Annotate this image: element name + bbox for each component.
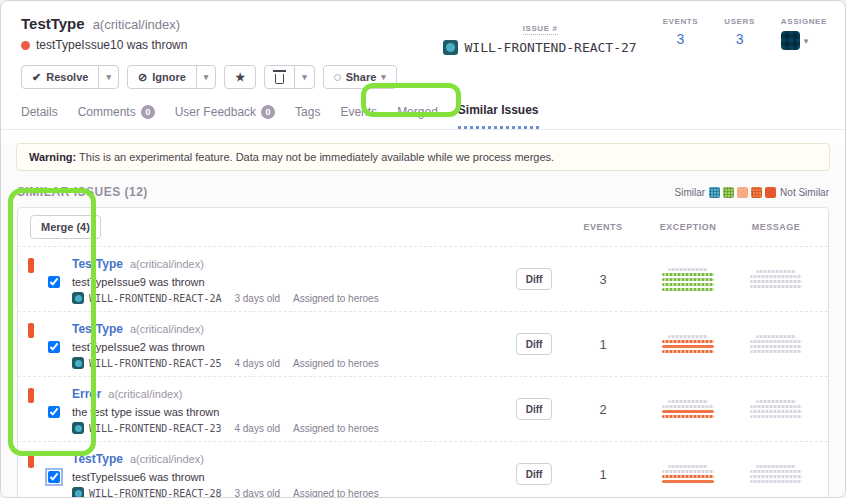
spark-bar xyxy=(750,285,802,288)
mute-icon: ⊘ xyxy=(138,71,147,84)
assignee-label: ASSIGNEE xyxy=(781,17,827,26)
issue-header-left: TestType a(critical/index) testTypeIssue… xyxy=(21,15,187,55)
chevron-down-icon: ▾ xyxy=(381,72,386,82)
error-level-dot xyxy=(21,41,30,50)
spark-bar xyxy=(662,350,714,353)
issue-culprit: a(critical/index) xyxy=(130,453,204,465)
tab-user-feedback[interactable]: User Feedback0 xyxy=(175,103,275,129)
platform-icon xyxy=(72,357,84,369)
warning-text: This is an experimental feature. Data ma… xyxy=(76,151,554,163)
issue-culprit: a(critical/index) xyxy=(130,323,204,335)
user-feedback-badge: 0 xyxy=(261,105,275,119)
similar-issue-row: Errora(critical/index) the test type iss… xyxy=(18,376,828,441)
events-count-link[interactable]: 3 xyxy=(663,31,699,47)
tab-comments[interactable]: Comments0 xyxy=(78,103,155,129)
issue-detail-page: TestType a(critical/index) testTypeIssue… xyxy=(0,0,846,498)
similar-issues-panel: Merge (4) EVENTS EXCEPTION MESSAGE TestT… xyxy=(17,207,829,498)
exception-spark xyxy=(642,400,734,418)
diff-button[interactable]: Diff xyxy=(516,333,553,355)
issue-link[interactable]: TestType xyxy=(72,452,123,466)
spark-bar xyxy=(662,415,714,418)
similar-issue-row: TestTypea(critical/index) testTypeIssue6… xyxy=(18,441,828,498)
ignore-label: Ignore xyxy=(152,71,186,83)
ignore-button[interactable]: ⊘ Ignore xyxy=(127,65,197,89)
similarity-swatch-orange-dot xyxy=(751,187,762,198)
chevron-down-icon: ▾ xyxy=(302,72,307,82)
column-header-exception: EXCEPTION xyxy=(642,222,734,232)
diff-button[interactable]: Diff xyxy=(516,268,553,290)
tab-tags[interactable]: Tags xyxy=(295,103,320,129)
exception-spark xyxy=(642,465,734,483)
spark-bar xyxy=(750,275,802,278)
issue-link[interactable]: TestType xyxy=(72,257,123,271)
assignee-dropdown[interactable]: ▾ xyxy=(781,31,827,50)
spark-bar xyxy=(662,405,714,408)
issue-assigned: Assigned to heroes xyxy=(293,293,379,304)
tab-similar-issues[interactable]: Similar Issues xyxy=(458,103,539,129)
similarity-swatch-red xyxy=(765,187,776,198)
delete-button[interactable] xyxy=(264,65,295,89)
merge-checkbox[interactable] xyxy=(48,471,60,483)
diff-button[interactable]: Diff xyxy=(516,398,553,420)
tab-details[interactable]: Details xyxy=(21,103,58,129)
spark-bar xyxy=(662,288,714,291)
spark-bar xyxy=(662,480,714,483)
exception-spark xyxy=(642,335,734,353)
chevron-down-icon: ▾ xyxy=(106,72,111,82)
column-header-events: EVENTS xyxy=(564,222,642,232)
spark-bar xyxy=(750,470,802,473)
share-button[interactable]: Share ▾ xyxy=(323,65,397,89)
issue-short-id: WILL-FRONTEND-REACT-2A xyxy=(89,293,221,304)
spark-bar xyxy=(756,270,796,273)
spark-bar xyxy=(750,280,802,283)
spark-bar xyxy=(750,345,802,348)
issue-culprit: a(critical/index) xyxy=(93,17,180,32)
merge-button[interactable]: Merge (4) xyxy=(30,215,101,239)
issue-stats: ISSUE # WILL-FRONTEND-REACT-27 EVENTS 3 … xyxy=(443,15,827,55)
users-count-link[interactable]: 3 xyxy=(724,31,755,47)
platform-icon xyxy=(72,487,84,498)
bookmark-button[interactable]: ★ xyxy=(224,65,256,89)
spark-bar xyxy=(750,410,802,413)
resolve-dropdown-button[interactable]: ▾ xyxy=(98,65,119,89)
spark-bar xyxy=(668,465,708,468)
events-label: EVENTS xyxy=(663,17,699,26)
spark-bar xyxy=(662,340,714,343)
platform-icon xyxy=(72,292,84,304)
row-events-count: 3 xyxy=(564,272,642,287)
spark-bar xyxy=(750,350,802,353)
delete-dropdown-button[interactable]: ▾ xyxy=(294,65,315,89)
spark-bar xyxy=(750,415,802,418)
tab-merged[interactable]: Merged xyxy=(397,103,438,129)
level-indicator xyxy=(28,388,34,403)
experimental-warning-banner: Warning: This is an experimental feature… xyxy=(16,143,830,171)
merge-checkbox[interactable] xyxy=(48,276,60,288)
row-events-count: 2 xyxy=(564,402,642,417)
platform-icon xyxy=(443,40,458,55)
share-status-icon xyxy=(334,74,341,81)
message-spark xyxy=(734,335,818,353)
issue-header: TestType a(critical/index) testTypeIssue… xyxy=(1,1,845,55)
ignore-dropdown-button[interactable]: ▾ xyxy=(196,65,217,89)
merge-checkbox[interactable] xyxy=(48,341,60,353)
tab-events[interactable]: Events xyxy=(340,103,377,129)
similar-issues-content: Warning: This is an experimental feature… xyxy=(1,143,845,498)
merge-checkbox[interactable] xyxy=(48,406,60,418)
spark-bar xyxy=(662,278,714,281)
message-spark xyxy=(734,465,818,483)
legend-not-similar-label: Not Similar xyxy=(780,187,829,198)
issue-link[interactable]: Error xyxy=(72,387,101,401)
diff-button[interactable]: Diff xyxy=(516,463,553,485)
spark-bar xyxy=(662,273,714,276)
platform-icon xyxy=(72,422,84,434)
issue-number-label: ISSUE # xyxy=(523,24,558,35)
issue-link[interactable]: TestType xyxy=(72,322,123,336)
issue-short-id: WILL-FRONTEND-REACT-25 xyxy=(89,358,221,369)
resolve-button[interactable]: ✔ Resolve xyxy=(21,65,99,89)
issue-assigned: Assigned to heroes xyxy=(293,423,379,434)
issue-short-id: WILL-FRONTEND-REACT-23 xyxy=(89,423,221,434)
issue-title: TestType xyxy=(21,15,85,32)
spark-bar xyxy=(750,480,802,483)
issue-culprit: a(critical/index) xyxy=(108,388,182,400)
level-indicator xyxy=(28,453,34,468)
